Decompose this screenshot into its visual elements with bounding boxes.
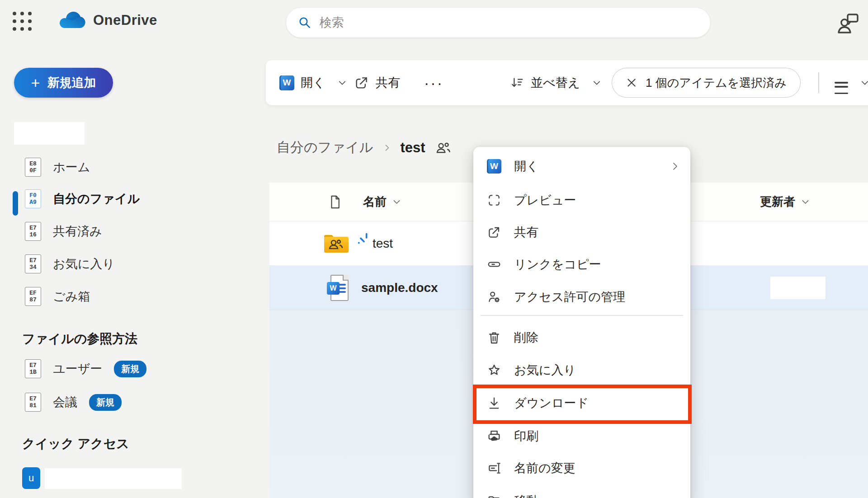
- plus-icon: +: [31, 75, 40, 90]
- menu-item-label: お気に入り: [514, 362, 576, 378]
- sidebar-item-label: ホーム: [53, 159, 90, 175]
- submenu-chevron-right-icon: [670, 161, 680, 172]
- menu-divider: [481, 315, 683, 316]
- menu-item-delete[interactable]: 削除: [473, 321, 690, 354]
- sidebar-item-label: 自分のファイル: [53, 191, 140, 207]
- chevron-down-icon: [860, 78, 868, 88]
- manage-access-icon: [487, 290, 501, 304]
- menu-item-label: アクセス許可の管理: [514, 289, 625, 305]
- sidebar-item-label: 会議: [53, 394, 77, 410]
- print-icon: [487, 429, 501, 443]
- menu-item-label: 移動: [514, 493, 538, 498]
- menu-item-label: 削除: [514, 329, 538, 346]
- word-document-icon: W: [327, 275, 349, 301]
- sidebar-item-recycle-bin[interactable]: EF87 ごみ箱: [0, 283, 217, 310]
- redacted-account-block: [14, 122, 85, 145]
- sidebar-item-label: お気に入り: [53, 256, 115, 272]
- column-header-name[interactable]: 名前: [363, 194, 387, 210]
- new-item-sparkle-icon: [356, 230, 372, 245]
- redacted-site-name-block: [45, 468, 182, 489]
- move-icon: [487, 493, 501, 498]
- sidebar-item-meetings[interactable]: E781 会議 新規: [0, 389, 217, 416]
- file-name[interactable]: sample.docx: [361, 281, 438, 295]
- sort-button[interactable]: 並べ替え: [510, 60, 602, 105]
- app-launcher-icon[interactable]: [13, 12, 33, 32]
- share-label: 共有: [376, 75, 400, 91]
- menu-item-label: リンクをコピー: [514, 256, 601, 272]
- sidebar-item-shared[interactable]: E716 共有済み: [0, 218, 217, 245]
- sidebar-item-people[interactable]: E71B ユーザー 新規: [0, 355, 217, 382]
- file-context-menu: W 開く プレビュー 共有 リンクをコピー: [473, 147, 690, 498]
- open-label: 開く: [301, 75, 326, 91]
- sidebar-item-favorites[interactable]: E734 お気に入り: [0, 250, 217, 277]
- add-new-button[interactable]: + 新規追加: [14, 68, 113, 98]
- onedrive-logo[interactable]: OneDrive: [58, 11, 157, 30]
- menu-item-preview[interactable]: プレビュー: [473, 184, 690, 216]
- browse-files-section-title: ファイルの参照方法: [22, 330, 137, 348]
- share-icon: [354, 75, 369, 90]
- quick-access-site-tile[interactable]: u: [22, 467, 40, 489]
- column-header-modified-by[interactable]: 更新者: [760, 194, 795, 210]
- selection-count-label: 1 個のアイテムを選択済み: [646, 75, 787, 91]
- chevron-right-icon: [382, 143, 392, 152]
- menu-item-favorite[interactable]: お気に入り: [473, 354, 690, 386]
- search-input[interactable]: [320, 16, 698, 30]
- meetings-icon: E781: [25, 393, 41, 412]
- breadcrumb-current-folder[interactable]: test: [401, 140, 425, 156]
- word-icon: W: [487, 159, 501, 174]
- breadcrumb-my-files[interactable]: 自分のファイル: [277, 138, 373, 157]
- download-icon: [487, 396, 501, 410]
- toolbar-divider: [818, 72, 819, 93]
- home-icon: E80F: [25, 158, 41, 177]
- quick-access-section-title: クイック アクセス: [22, 435, 129, 452]
- dismiss-selection-icon[interactable]: [626, 77, 637, 89]
- menu-item-rename[interactable]: 名前の変更: [473, 452, 690, 484]
- sidebar-item-label: ごみ箱: [53, 288, 90, 305]
- search-bar[interactable]: [286, 8, 710, 38]
- people-icon: E71B: [25, 359, 41, 378]
- menu-item-manage-access[interactable]: アクセス許可の管理: [473, 281, 690, 313]
- menu-item-copy-link[interactable]: リンクをコピー: [473, 248, 690, 281]
- share-button[interactable]: 共有: [354, 60, 400, 105]
- menu-item-open[interactable]: W 開く: [473, 150, 690, 183]
- chevron-down-icon: [337, 78, 347, 88]
- sidebar-item-my-files[interactable]: F0A9 自分のファイル: [0, 185, 217, 212]
- onedrive-app: OneDrive W 開く 共有 ···: [0, 0, 868, 498]
- menu-item-label: プレビュー: [514, 192, 576, 208]
- favorite-star-icon: [487, 363, 501, 377]
- shared-folder-icon: [323, 233, 350, 254]
- breadcrumb: 自分のファイル test: [277, 138, 452, 157]
- menu-item-print[interactable]: 印刷: [473, 420, 690, 452]
- preview-icon: [487, 193, 501, 207]
- chevron-down-icon: [392, 197, 401, 207]
- site-initial: u: [28, 472, 34, 484]
- open-button[interactable]: W 開く: [279, 60, 347, 105]
- my-files-icon: F0A9: [25, 189, 41, 208]
- sidebar-item-home[interactable]: E80F ホーム: [0, 154, 217, 181]
- chevron-down-icon: [801, 197, 810, 207]
- rename-icon: [487, 461, 501, 475]
- file-name[interactable]: test: [373, 236, 393, 251]
- redacted-modified-by-value: [770, 277, 826, 299]
- new-badge: 新規: [89, 394, 122, 411]
- search-icon: [298, 16, 311, 29]
- app-title: OneDrive: [93, 12, 157, 28]
- menu-item-download[interactable]: ダウンロード: [473, 387, 690, 419]
- word-icon: W: [279, 75, 294, 90]
- sidebar-item-label: 共有済み: [53, 223, 102, 240]
- onedrive-cloud-icon: [58, 11, 86, 30]
- selection-count-pill[interactable]: 1 個のアイテムを選択済み: [612, 68, 801, 98]
- feedback-button[interactable]: [835, 11, 862, 35]
- view-options-button[interactable]: [835, 60, 868, 105]
- sort-label: 並べ替え: [531, 75, 580, 91]
- shared-icon: E716: [25, 222, 41, 241]
- menu-item-move[interactable]: 移動: [473, 484, 690, 498]
- sidebar-item-label: ユーザー: [53, 361, 102, 377]
- menu-item-share[interactable]: 共有: [473, 216, 690, 249]
- menu-item-label: ダウンロード: [514, 395, 589, 411]
- more-icon: ···: [424, 74, 443, 92]
- new-badge: 新規: [114, 361, 146, 377]
- more-commands-button[interactable]: ···: [424, 60, 443, 105]
- chevron-down-icon: [592, 78, 602, 88]
- document-type-column-icon[interactable]: [328, 194, 342, 210]
